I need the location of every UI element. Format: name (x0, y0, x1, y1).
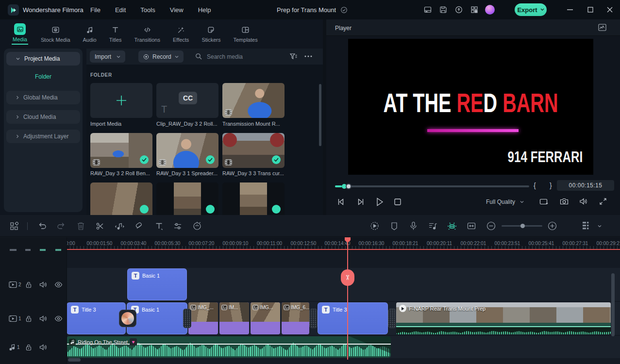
text-tool-icon[interactable] (155, 222, 163, 231)
tab-media[interactable]: Media (12, 23, 28, 45)
menu-view[interactable]: View (170, 6, 184, 14)
seek-knob[interactable] (346, 183, 352, 189)
timeline-v-scrollbar[interactable] (611, 273, 615, 336)
sidebar-item-global-media[interactable]: Global Media (6, 91, 80, 104)
sidebar-item-project-media[interactable]: Project Media (6, 52, 80, 66)
tab-audio[interactable]: Audio (83, 26, 97, 43)
play-button[interactable] (375, 197, 384, 207)
quality-dropdown[interactable]: Full Quality (482, 196, 528, 208)
tab-stock-media[interactable]: Stock Media (41, 26, 70, 43)
audio-sequence-icon[interactable] (428, 222, 437, 230)
mute-icon[interactable] (39, 315, 47, 322)
media-item-thumb[interactable] (156, 133, 218, 168)
seek-bar[interactable] (335, 185, 529, 187)
apps-grid-icon[interactable] (470, 5, 479, 14)
search-input[interactable] (207, 51, 285, 62)
tab-titles[interactable]: Titles (109, 26, 122, 43)
record-dropdown[interactable]: Record (138, 50, 184, 63)
maximize-button[interactable] (587, 7, 593, 13)
media-item-thumb[interactable] (90, 133, 152, 168)
avatar[interactable] (485, 5, 495, 15)
track-2-lane[interactable] (0, 268, 620, 301)
zoom-out-icon[interactable] (486, 221, 496, 231)
voiceover-mic-icon[interactable] (409, 221, 418, 231)
mark-in-button[interactable]: { (534, 182, 536, 189)
timeline-h-scrollbar[interactable] (68, 358, 81, 362)
tab-effects[interactable]: Effects (173, 26, 189, 43)
previous-frame-button[interactable] (336, 198, 346, 206)
track-manager-chevron-icon[interactable] (598, 225, 602, 228)
fullscreen-icon[interactable] (599, 198, 607, 205)
tab-templates[interactable]: Templates (234, 26, 258, 43)
transition-icon[interactable] (119, 310, 136, 327)
menu-help[interactable]: Help (198, 6, 211, 14)
redo-icon[interactable] (57, 222, 66, 230)
video-preview[interactable]: AT THE RED BARN 914 FERRARI (348, 39, 593, 175)
track-manager-icon[interactable] (582, 221, 591, 231)
clip-title3-second[interactable]: T Title 3 (318, 302, 388, 334)
sidebar-item-folder[interactable]: Folder (4, 73, 83, 80)
save-icon[interactable] (439, 5, 448, 14)
menu-file[interactable]: File (90, 6, 101, 14)
timeline-ruler[interactable]: 00:00:00 00:00:01:50 00:00:03:40 00:00:0… (0, 237, 620, 251)
media-item-thumb-partial[interactable] (90, 182, 152, 215)
menu-tools[interactable]: Tools (140, 6, 155, 14)
marker-icon[interactable] (390, 222, 398, 231)
volume-icon[interactable] (579, 198, 588, 205)
clip-audio-music[interactable]: Riding On The Street ♥ (67, 336, 391, 358)
lock-icon[interactable] (25, 315, 32, 322)
more-options-icon[interactable] (304, 55, 312, 57)
zoom-slider[interactable] (502, 225, 542, 227)
mirror-display-icon[interactable] (539, 198, 549, 206)
speed-icon[interactable] (134, 222, 143, 231)
clip-title3-first[interactable]: T Title 3 (67, 302, 126, 334)
tab-transitions[interactable]: Transitions (134, 26, 160, 43)
clip-img-4[interactable]: IMG_6... (282, 302, 309, 334)
detach-audio-icon[interactable] (115, 222, 124, 231)
eye-icon[interactable] (54, 281, 63, 288)
audio-stretch-icon[interactable] (193, 221, 202, 231)
playhead[interactable] (347, 237, 348, 360)
zoom-slider-knob[interactable] (520, 224, 525, 228)
close-button[interactable] (607, 7, 613, 13)
media-item-thumb-partial[interactable] (156, 182, 218, 215)
panel-layout-icon[interactable] (423, 5, 432, 14)
playhead-scissors[interactable]: ✂ (341, 269, 354, 286)
media-item-thumb-partial[interactable] (222, 182, 285, 215)
quick-layout-icon[interactable] (10, 222, 18, 231)
lock-icon[interactable] (25, 281, 32, 288)
clip-img-2[interactable]: IM... (219, 302, 249, 334)
adjust-icon[interactable] (173, 222, 182, 231)
transition-handle[interactable] (183, 309, 191, 328)
clip-img-1[interactable]: IMG_... (188, 302, 218, 334)
clip-basic1-track2[interactable]: T Basic 1 (127, 268, 187, 300)
filter-icon[interactable] (289, 52, 298, 60)
next-frame-button[interactable] (356, 198, 366, 206)
lock-icon[interactable] (25, 344, 32, 351)
stop-button[interactable] (394, 198, 402, 206)
sidebar-item-cloud-media[interactable]: Cloud Media (6, 110, 80, 124)
menu-edit[interactable]: Edit (115, 6, 126, 14)
transition-handle[interactable] (309, 309, 318, 328)
media-item-thumb[interactable] (222, 133, 285, 168)
split-scissors-icon[interactable] (96, 222, 104, 231)
media-item-thumb[interactable] (222, 83, 285, 118)
smart-cut-icon[interactable] (447, 222, 457, 231)
zoom-in-icon[interactable] (548, 221, 557, 231)
clip-img-3[interactable]: IMG... (251, 302, 280, 334)
import-dropdown[interactable]: Import (90, 50, 125, 63)
render-preview-icon[interactable] (370, 221, 379, 231)
sidebar-item-adjustment-layer[interactable]: Adjustment Layer (6, 130, 80, 143)
beat-marker[interactable]: ♥ (130, 338, 137, 346)
clip-main-video[interactable]: F-NARP Rear Trans Mount Prep (396, 302, 611, 334)
undo-icon[interactable] (38, 222, 47, 230)
media-scrollbar[interactable] (319, 84, 321, 146)
tab-stickers[interactable]: Stickers (201, 26, 220, 43)
transition-handle[interactable] (388, 309, 396, 328)
minimize-button[interactable] (567, 9, 573, 10)
fit-timeline-icon[interactable] (467, 222, 476, 230)
export-button[interactable]: Export (515, 3, 547, 16)
cloud-upload-icon[interactable] (454, 5, 463, 14)
eye-icon[interactable] (54, 315, 63, 322)
timecode-display[interactable]: 00:00:15:15 (557, 180, 614, 191)
